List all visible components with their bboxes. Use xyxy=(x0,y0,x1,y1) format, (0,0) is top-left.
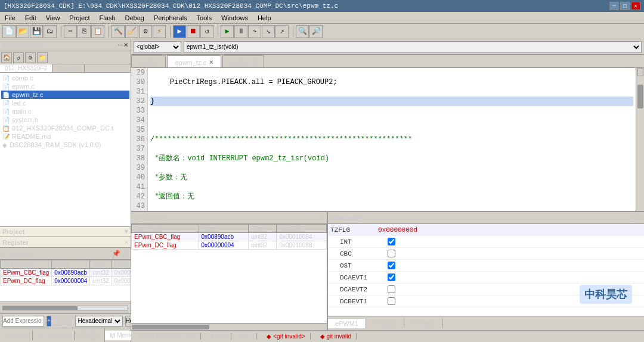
tree-item-epwm-c[interactable]: 📄 epwm.c xyxy=(1,82,129,91)
frame-row-1[interactable]: EPwm_DC_flag 0x00000004 uint32 0x0001008… xyxy=(1,277,131,285)
frame-info-pin-btn[interactable]: 📌 xyxy=(112,250,120,257)
menu-help[interactable]: Help xyxy=(253,13,276,23)
frame-loc-1: 0x00010088 xyxy=(112,277,131,285)
clean-btn[interactable]: 🧹 xyxy=(125,25,138,38)
locals-tab[interactable]: L Locals xyxy=(0,331,33,340)
periph-tab-epwm2[interactable]: ePWM2 xyxy=(366,319,404,328)
frame-scrollbar-h[interactable] xyxy=(2,306,128,310)
reg-row-ost[interactable]: OST xyxy=(328,260,644,272)
menu-view[interactable]: View xyxy=(41,13,65,23)
menu-project[interactable]: Project xyxy=(64,13,94,23)
paste-btn[interactable]: 📋 xyxy=(91,25,104,38)
frame-row-0[interactable]: EPwm_CBC_flag 0x00890acb uint32 0x000100… xyxy=(1,269,131,277)
scroll-thumb-v[interactable] xyxy=(637,85,643,108)
project-view-minimize[interactable]: ─ xyxy=(118,42,122,48)
scroll-up-btn[interactable]: ▲ xyxy=(637,68,643,76)
peripherals-float-btn[interactable]: □ xyxy=(630,214,634,222)
project-section-header[interactable]: Project ▼ xyxy=(0,226,131,237)
menu-peripherals[interactable]: Peripherals xyxy=(149,13,192,23)
status-git[interactable]: ◆ <git invalid> xyxy=(262,333,310,340)
reg-bit-check-dcbevt1[interactable] xyxy=(388,297,395,305)
reg-bit-check-ost[interactable] xyxy=(388,262,395,269)
restart-btn[interactable]: ↺ xyxy=(200,25,213,38)
menu-windows[interactable]: Windows xyxy=(216,13,253,23)
peripherals-close-btn[interactable]: ✕ xyxy=(636,214,642,222)
status-git-right[interactable]: ◆ git invalid xyxy=(315,333,357,340)
minimize-button[interactable]: ─ xyxy=(609,2,619,10)
periph-tab-epwm3[interactable]: ePWM3 xyxy=(404,319,442,328)
frame-bottom-row-1[interactable]: EPwm_DC_flag 0x00000004 uint32 0x0001008… xyxy=(132,241,327,250)
cut-btn[interactable]: ✂ xyxy=(64,25,77,38)
project-settings-btn[interactable]: ⚙ xyxy=(25,52,36,63)
format-select[interactable]: Hexadecimal xyxy=(75,316,123,327)
frame-bottom-scrollbar-h[interactable] xyxy=(131,323,327,330)
scope-select[interactable]: <global> xyxy=(134,41,181,53)
callstack-tab[interactable]: ≡ Call Stack xyxy=(75,328,105,343)
tree-item-readme[interactable]: 📝 README.md xyxy=(1,132,129,141)
reg-row-tzflg[interactable]: TZFLG 0x0000000d xyxy=(328,224,644,236)
open-btn[interactable]: 📂 xyxy=(16,25,29,38)
add-expression-input[interactable] xyxy=(2,316,44,327)
save-all-btn[interactable]: 🗂 xyxy=(44,25,57,38)
periph-tab-epwm1[interactable]: ePWM1 xyxy=(328,319,366,328)
step-over-btn[interactable]: ↷ xyxy=(248,25,261,38)
project-tab-buildset[interactable]: BuildSet xyxy=(52,64,85,72)
menu-debug[interactable]: Debug xyxy=(120,13,149,23)
start-debug-btn[interactable]: ▶ xyxy=(173,25,186,38)
tree-item-epwm-tz-c[interactable]: 📄 epwm_tz.c xyxy=(1,91,129,99)
reg-bit-name-ost: OST xyxy=(340,262,388,269)
pause-btn[interactable]: ⏸ xyxy=(234,25,247,38)
reg-bit-check-cbc[interactable] xyxy=(388,250,395,257)
maximize-button[interactable]: □ xyxy=(620,2,630,10)
reg-bit-check-dcaevt2[interactable] xyxy=(388,285,395,293)
step-into-btn[interactable]: ↘ xyxy=(262,25,275,38)
title-bar: [HXS320F28034_CDK] E:\034_CDK\HXS320F280… xyxy=(0,0,644,12)
new-btn[interactable]: 📄 xyxy=(2,25,16,38)
stop-debug-btn[interactable]: ⏹ xyxy=(187,25,200,38)
tree-item-comp-c[interactable]: 📄 comp.c xyxy=(1,74,129,82)
close-button[interactable]: ✕ xyxy=(631,2,640,10)
reg-bit-check-int[interactable] xyxy=(388,238,395,245)
flash-btn[interactable]: ⚡ xyxy=(153,25,166,38)
menu-flash[interactable]: Flash xyxy=(95,13,120,23)
save-btn[interactable]: 💾 xyxy=(30,25,43,38)
function-select[interactable]: epwm1_tz_isr(void) xyxy=(184,41,642,53)
step-out-btn[interactable]: ↗ xyxy=(275,25,289,38)
watches-tab[interactable]: 👁 Watches xyxy=(33,331,75,340)
editor-tab-epwm-tz-c[interactable]: epwm_tz.c ✕ xyxy=(167,55,221,67)
register-section-header[interactable]: Register ✕ xyxy=(0,237,131,248)
code-scrollbar-v[interactable]: ▲ xyxy=(636,68,644,211)
reg-bit-check-dcaevt1[interactable] xyxy=(388,273,395,281)
run-btn[interactable]: ▶ xyxy=(221,25,234,38)
menu-file[interactable]: File xyxy=(0,13,20,23)
tree-item-led-c[interactable]: 📄 led.c xyxy=(1,99,129,107)
search-btn[interactable]: 🔍 xyxy=(296,25,309,38)
project-refresh-btn[interactable]: ↺ xyxy=(13,52,24,63)
tree-item-system-h[interactable]: 📄 system.h xyxy=(1,116,129,124)
editor-tab-main-c[interactable]: main.c xyxy=(131,55,166,67)
frame-bottom-close[interactable]: ✕ xyxy=(319,214,324,222)
menu-tools[interactable]: Tools xyxy=(192,13,217,23)
frame-bottom-row-0[interactable]: EPwm_CBC_flag 0x00890acb uint32 0x000100… xyxy=(132,233,327,241)
rebuild-btn[interactable]: ⚙ xyxy=(139,25,152,38)
reg-row-int[interactable]: INT xyxy=(328,236,644,248)
reg-row-dcaevt1[interactable]: DCAEVT1 xyxy=(328,272,644,284)
frame-bottom-close-x[interactable]: □ xyxy=(312,214,317,222)
project-home-btn[interactable]: 🏠 xyxy=(1,52,12,63)
tree-item-comp-dc-t[interactable]: 📋 012_HXS320F28034_COMP_DC.t xyxy=(1,124,129,132)
menu-edit[interactable]: Edit xyxy=(20,13,41,23)
add-expr-btn[interactable]: + xyxy=(47,316,51,327)
copy-btn[interactable]: ⎘ xyxy=(78,25,91,38)
frame-info-close-btn[interactable]: ✕ xyxy=(123,250,128,257)
project-add-btn[interactable]: 📁 xyxy=(37,52,48,63)
find-in-files-btn[interactable]: 🔎 xyxy=(309,25,323,38)
build-btn[interactable]: 🔨 xyxy=(112,25,125,38)
project-view-close[interactable]: ✕ xyxy=(123,42,128,48)
editor-tab-system-h[interactable]: system.h xyxy=(222,55,264,67)
reg-row-cbc[interactable]: CBC xyxy=(328,248,644,260)
tree-item-sdk[interactable]: ◆ DSC28034_RAM_SDK (v1.0.0) xyxy=(1,141,129,149)
project-tab-012[interactable]: 012_HXS320F2 xyxy=(0,64,52,72)
code-editor[interactable]: 29 30 31 32 33 34 35 36 37 38 39 40 41 4… xyxy=(131,68,644,211)
editor-tab-epwm-tz-c-close[interactable]: ✕ xyxy=(209,59,213,66)
tree-item-main-c[interactable]: 📄 main.c xyxy=(1,107,129,116)
